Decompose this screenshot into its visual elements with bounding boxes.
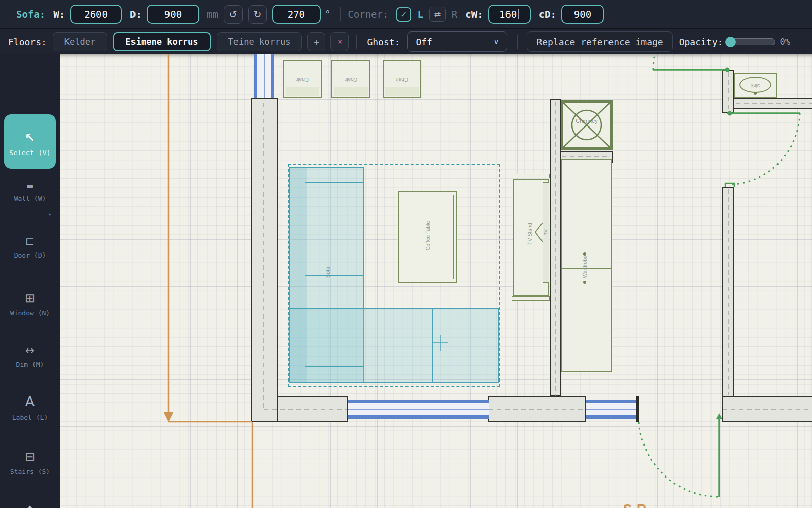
wall-right-vertical[interactable] xyxy=(722,187,734,396)
sidebar-item-dim[interactable]: ↔ Dim (M) xyxy=(0,344,60,397)
wall-topright-vertical[interactable] xyxy=(722,70,734,113)
stairs-icon: ⊟ xyxy=(0,450,60,464)
sidebar-item-label[interactable]: A Label (L) xyxy=(0,394,60,447)
chair-backrest xyxy=(334,87,368,96)
furniture-chimney[interactable] xyxy=(561,100,613,150)
letter-a-icon: A xyxy=(0,394,60,409)
floor-tab-label: Esimene korrus xyxy=(125,37,198,47)
corner-depth-label: cD: xyxy=(539,9,556,20)
rotate-cw-icon: ↻ xyxy=(253,9,261,20)
furniture-chair-2[interactable]: Chair xyxy=(331,60,370,98)
text-caret xyxy=(518,9,519,19)
add-floor-button[interactable]: + xyxy=(307,32,325,51)
wall-bottom-middle[interactable] xyxy=(488,396,586,422)
delete-floor-button[interactable]: × xyxy=(330,32,349,51)
tool-label: Window (N) xyxy=(0,309,60,317)
tool-label: Select (V) xyxy=(4,149,56,157)
door-bottom-swing-arc xyxy=(639,422,718,497)
sidebar-item-move[interactable]: ◆ + Move (G) xyxy=(0,502,60,508)
wall-topright-horizontal[interactable] xyxy=(734,98,812,109)
door-frame-icon: ⊏ xyxy=(0,235,60,247)
wall-left[interactable] xyxy=(251,98,278,422)
replace-reference-image-button[interactable]: Replace reference image xyxy=(527,31,672,52)
corner-width-label: cW: xyxy=(465,9,483,20)
toolbar-divider xyxy=(517,35,518,49)
wall-center-vertical[interactable] xyxy=(550,99,561,396)
degree-symbol: ° xyxy=(325,9,330,20)
sidebar-item-door[interactable]: ⊏ Door (D) xyxy=(0,235,60,288)
floor-tab-label: Kelder xyxy=(64,37,95,47)
window-mullion xyxy=(348,409,489,410)
corner-checkbox[interactable]: ✓ xyxy=(396,7,411,22)
floors-label: Floors: xyxy=(8,37,47,47)
floor-tab-kelder[interactable]: Kelder xyxy=(53,32,107,51)
door-submenu-arrow-icon[interactable]: ▸ xyxy=(49,211,51,217)
chair-label: Chair xyxy=(396,77,408,82)
toolbar-divider xyxy=(340,7,341,21)
close-icon: × xyxy=(337,37,342,46)
toolbar-divider xyxy=(356,35,357,49)
window-top-left[interactable] xyxy=(254,54,274,98)
rotate-ccw-icon: ↺ xyxy=(229,9,237,20)
selected-object-name: Sofa: xyxy=(16,9,45,20)
sofa-seat-divider xyxy=(432,309,433,382)
sidebar-item-select[interactable]: ↖ Select (V) xyxy=(4,114,56,169)
floor-tab-esimene-korrus[interactable]: Esimene korrus xyxy=(113,32,210,51)
sidebar-item-stairs[interactable]: ⊟ Stairs (S) xyxy=(0,450,60,502)
floor-tab-label: Teine korrus xyxy=(228,37,291,47)
tv-stand-label: TV Stand xyxy=(527,198,533,269)
chair-backrest xyxy=(286,87,319,96)
wall-bottom-right[interactable] xyxy=(722,396,812,422)
sidebar-item-window[interactable]: ⊞ Window (N) xyxy=(0,291,60,344)
wardrobe-label: Wardrobe xyxy=(582,231,588,302)
furniture-sofa-chaise[interactable] xyxy=(289,308,499,383)
checkmark-icon: ✓ xyxy=(400,10,407,19)
chevron-down-icon: ∨ xyxy=(493,37,499,46)
cursor-arrow-icon: ↖ xyxy=(4,131,56,145)
angle-input[interactable]: 270 xyxy=(272,5,321,24)
chair-label: Chair xyxy=(296,77,309,82)
reference-guides xyxy=(164,54,252,508)
partial-label-letter: S xyxy=(623,502,634,508)
rotate-ccw-button[interactable]: ↺ xyxy=(224,5,243,24)
coffee-table-label: Coffee Table xyxy=(425,200,431,271)
sofa-seat-divider xyxy=(305,366,364,367)
depth-input[interactable]: 900 xyxy=(147,5,199,24)
depth-value: 900 xyxy=(164,9,182,20)
ghost-dropdown-value: Off xyxy=(416,37,432,47)
wall-bottom-left[interactable] xyxy=(278,396,348,422)
furniture-chair-1[interactable]: Chair xyxy=(283,60,322,98)
ghost-dropdown[interactable]: Off ∨ xyxy=(407,31,507,52)
corner-width-input[interactable]: 160 xyxy=(488,5,531,24)
furniture-chair-3[interactable]: Chair xyxy=(383,60,421,98)
sidebar-item-wall[interactable]: ▬ Wall (W) xyxy=(0,181,60,234)
doors xyxy=(639,54,800,497)
opacity-slider-knob[interactable] xyxy=(725,37,736,47)
opacity-label: Opacity: xyxy=(679,37,723,47)
window-bottom-small[interactable] xyxy=(586,400,636,419)
floor-tab-teine-korrus[interactable]: Teine korrus xyxy=(217,32,302,51)
corner-width-value: 160 xyxy=(499,9,517,20)
opacity-slider[interactable] xyxy=(727,38,775,45)
wall-segment-icon: ▬ xyxy=(0,181,60,190)
width-label: W: xyxy=(53,9,65,20)
window-grid-icon: ⊞ xyxy=(0,291,60,305)
floorplan-canvas[interactable]: Chair Chair Chair Sofa Coffee Table TV S… xyxy=(0,54,812,508)
door-jamb-marker xyxy=(725,183,734,187)
corner-depth-value: 900 xyxy=(574,9,591,20)
ghost-label: Ghost: xyxy=(367,37,400,47)
corner-depth-input[interactable]: 900 xyxy=(561,5,604,24)
width-input[interactable]: 2600 xyxy=(70,5,122,24)
window-mullion xyxy=(264,54,265,98)
chair-backrest xyxy=(385,87,419,96)
tv-stand-bottom-cap xyxy=(512,296,550,301)
tool-sidebar: ↖ Select (V) ▬ Wall (W) ⊏ Door (D) ▸ ⊞ W… xyxy=(0,54,60,508)
door-top-swing-arc xyxy=(653,54,727,70)
rotate-cw-button[interactable]: ↻ xyxy=(248,5,267,24)
tool-label: Dim (M) xyxy=(0,361,60,368)
angle-value: 270 xyxy=(288,9,305,20)
wall-end-cap xyxy=(636,396,639,422)
window-bottom-large[interactable] xyxy=(348,400,489,419)
corner-swap-button[interactable]: ⇄ xyxy=(429,7,446,22)
tv-stand-top-cap xyxy=(512,174,550,178)
